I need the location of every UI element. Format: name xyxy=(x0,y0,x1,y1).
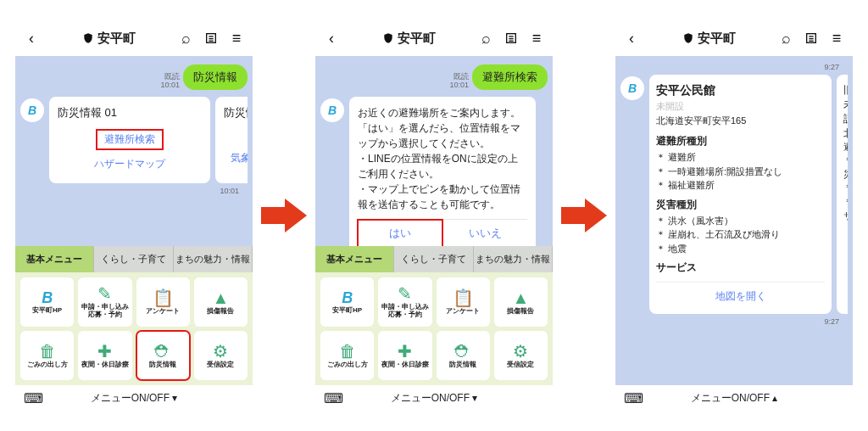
tab-attraction[interactable]: まちの魅力・情報 xyxy=(474,246,553,272)
menu-tile-5[interactable]: ✚夜間・休日診療 xyxy=(78,331,131,380)
list-icon[interactable] xyxy=(202,31,220,45)
shield-icon xyxy=(682,32,694,44)
menu-tile-2[interactable]: 📋アンケート xyxy=(437,277,490,327)
search-icon[interactable]: ⌕ xyxy=(176,30,195,48)
user-message: 既読10:01 避難所検索 xyxy=(320,64,548,90)
menu-grid: B安平町HP✎申請・申し込み 応募・予約📋アンケート▲損傷報告🗑ごみの出し方✚夜… xyxy=(315,272,553,385)
tab-life[interactable]: くらし・子育て xyxy=(94,246,173,272)
header-title: 安平町 xyxy=(348,31,470,47)
tile-icon: ✚ xyxy=(398,343,412,360)
keyboard-icon[interactable]: ⌨ xyxy=(624,390,643,406)
bot-message-row: B お近くの避難場所をご案内します。 「はい」を選んだら、位置情報をマップから選… xyxy=(320,97,548,246)
tile-icon: 🗑 xyxy=(39,343,56,360)
shelter-search-link[interactable]: 避難所検索 xyxy=(96,129,164,150)
app-header: ‹ 安平町 ⌕ ≡ xyxy=(15,20,253,56)
menu-icon[interactable]: ≡ xyxy=(827,30,846,48)
timestamp: 9:27 xyxy=(620,63,848,71)
menu-tile-6[interactable]: ⛑防災情報 xyxy=(437,331,490,380)
shield-icon xyxy=(82,32,94,44)
menu-tile-0[interactable]: B安平町HP xyxy=(320,277,374,327)
list-icon[interactable] xyxy=(802,31,821,45)
back-icon[interactable]: ‹ xyxy=(622,30,641,48)
yes-button[interactable]: はい xyxy=(358,220,442,246)
tile-icon: ▲ xyxy=(212,289,229,306)
tile-label: 申請・申し込み 応募・予約 xyxy=(81,304,129,319)
arrow-icon xyxy=(261,199,307,232)
bot-result-row: B 安平公民館 未開設 北海道安平町安平165 避難所種別 ＊ 避難所 ＊ 一時… xyxy=(620,75,848,317)
message-timestamp: 9:27 xyxy=(620,317,848,326)
tile-label: 受信設定 xyxy=(207,361,234,369)
tile-label: アンケート xyxy=(146,308,180,316)
tile-icon: ⚙ xyxy=(513,343,528,360)
shelter-card-next: 旧安平小 未開設 北海道安 避難所種別 ＊ 一時 災害種別 ＊ 地震 ＊ 大規模… xyxy=(837,75,848,314)
app-header: ‹ 安平町 ⌕ ≡ xyxy=(615,20,853,56)
menu-tile-2[interactable]: 📋アンケート xyxy=(136,277,190,327)
footer: ⌨ メニューON/OFF ▾ xyxy=(15,385,253,411)
search-icon[interactable]: ⌕ xyxy=(776,30,795,48)
tile-label: 損傷報告 xyxy=(507,308,534,316)
tab-basic[interactable]: 基本メニュー xyxy=(15,246,94,272)
tile-label: 夜間・休日診療 xyxy=(81,361,129,369)
menu-icon[interactable]: ≡ xyxy=(227,30,246,48)
menu-tile-5[interactable]: ✚夜間・休日診療 xyxy=(378,331,431,380)
header-title: 安平町 xyxy=(648,31,770,47)
weather-link[interactable]: 気象 xyxy=(222,148,248,169)
keyboard-icon[interactable]: ⌨ xyxy=(24,390,43,406)
menu-tabs: 基本メニュー くらし・子育て まちの魅力・情報 xyxy=(15,246,253,272)
search-icon[interactable]: ⌕ xyxy=(476,30,495,48)
arrow-icon xyxy=(561,199,607,232)
menu-tile-1[interactable]: ✎申請・申し込み 応募・予約 xyxy=(378,277,431,327)
tile-label: ごみの出し方 xyxy=(327,361,368,369)
menu-tile-7[interactable]: ⚙受信設定 xyxy=(194,331,248,380)
tab-basic[interactable]: 基本メニュー xyxy=(315,246,394,272)
screen-2: ‹ 安平町 ⌕ ≡ 既読10:01 避難所検索 B お近くの避難場所をご案内しま… xyxy=(315,20,553,411)
user-message: 既読10:01 防災情報 xyxy=(20,64,248,90)
open-map-link[interactable]: 地図を開く xyxy=(656,282,825,305)
tile-label: 安平町HP xyxy=(32,307,62,315)
tile-icon: ⚙ xyxy=(213,343,228,360)
back-icon[interactable]: ‹ xyxy=(322,30,341,48)
tile-label: アンケート xyxy=(446,308,480,316)
shield-icon xyxy=(382,32,394,44)
bot-carousel-row: B 防災情報 01 避難所検索 ハザードマップ 防災情報 02 気象 xyxy=(20,97,248,187)
footer: ⌨ メニューON/OFF ▴ xyxy=(615,385,853,411)
tile-icon: ⛑ xyxy=(454,343,471,360)
tab-life[interactable]: くらし・子育て xyxy=(394,246,473,272)
tile-icon: B xyxy=(342,290,353,305)
tile-label: 防災情報 xyxy=(149,361,176,369)
back-icon[interactable]: ‹ xyxy=(22,30,41,48)
tile-icon: ✚ xyxy=(97,343,112,360)
header-title: 安平町 xyxy=(47,31,170,47)
menu-tile-0[interactable]: B安平町HP xyxy=(20,277,74,327)
menu-icon[interactable]: ≡ xyxy=(527,30,546,48)
keyboard-icon[interactable]: ⌨ xyxy=(324,390,343,406)
tile-icon: 📋 xyxy=(153,289,174,306)
tile-icon: ▲ xyxy=(512,289,529,306)
tile-icon: 🗑 xyxy=(339,343,356,360)
info-card-1: 防災情報 01 避難所検索 ハザードマップ xyxy=(49,97,210,183)
tile-label: 損傷報告 xyxy=(207,308,234,316)
menu-toggle[interactable]: メニューON/OFF ▴ xyxy=(691,391,778,406)
bot-avatar: B xyxy=(320,98,344,122)
menu-tile-3[interactable]: ▲損傷報告 xyxy=(494,277,548,327)
menu-toggle[interactable]: メニューON/OFF ▾ xyxy=(391,391,478,406)
tab-attraction[interactable]: まちの魅力・情報 xyxy=(174,246,253,272)
menu-tile-6[interactable]: ⛑防災情報 xyxy=(136,331,190,380)
app-header: ‹ 安平町 ⌕ ≡ xyxy=(315,20,553,56)
hazard-map-link[interactable]: ハザードマップ xyxy=(56,154,203,175)
tile-icon: 📋 xyxy=(453,289,474,306)
menu-tile-3[interactable]: ▲損傷報告 xyxy=(194,277,248,327)
menu-tile-4[interactable]: 🗑ごみの出し方 xyxy=(20,331,74,380)
screen-1: ‹ 安平町 ⌕ ≡ 既読10:01 防災情報 B 防災情報 01 xyxy=(15,20,253,411)
menu-tabs: 基本メニュー くらし・子育て まちの魅力・情報 xyxy=(315,246,553,272)
tile-label: 夜間・休日診療 xyxy=(381,361,429,369)
no-button[interactable]: いいえ xyxy=(442,220,527,246)
menu-toggle[interactable]: メニューON/OFF ▾ xyxy=(91,391,178,406)
menu-tile-7[interactable]: ⚙受信設定 xyxy=(494,331,548,380)
menu-tile-4[interactable]: 🗑ごみの出し方 xyxy=(320,331,374,380)
screen-3: ‹ 安平町 ⌕ ≡ 9:27 B 安平公民館 未開設 北海道安平町安平165 xyxy=(615,20,853,411)
info-card-2: 防災情報 02 気象 xyxy=(215,97,248,183)
menu-tile-1[interactable]: ✎申請・申し込み 応募・予約 xyxy=(78,277,131,327)
tile-label: 受信設定 xyxy=(507,361,534,369)
list-icon[interactable] xyxy=(502,31,520,45)
